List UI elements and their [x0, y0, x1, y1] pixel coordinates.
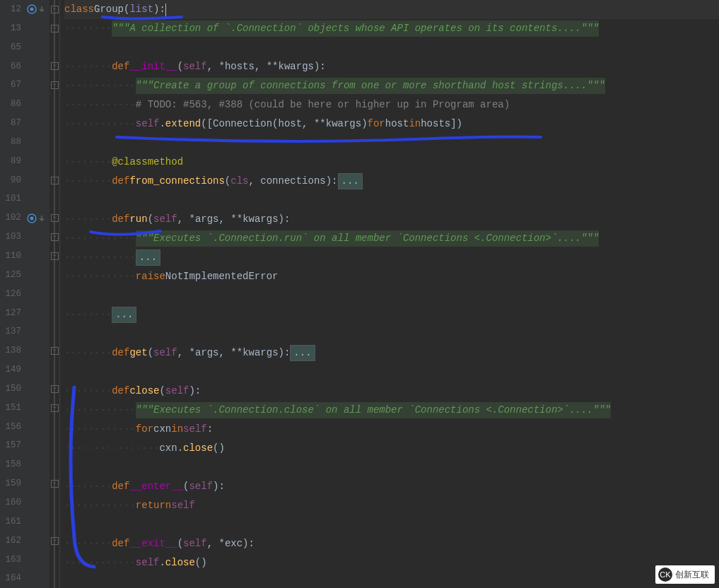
code-line[interactable]: ············return self — [64, 496, 719, 515]
fold-row[interactable] — [49, 38, 59, 57]
fold-row[interactable]: − — [49, 19, 59, 38]
code-line[interactable]: ················cxn.close() — [64, 439, 719, 458]
fold-row[interactable]: − — [49, 0, 59, 19]
fold-row[interactable] — [49, 152, 59, 171]
code-line[interactable]: ········... — [64, 305, 719, 324]
line-number: 101 — [0, 192, 24, 206]
fold-row[interactable] — [49, 285, 59, 304]
line-number: 125 — [0, 269, 24, 282]
code-line[interactable] — [64, 572, 719, 588]
gutter-row: 149 — [0, 360, 49, 380]
code-line[interactable]: ········def run(self, *args, **kwargs): — [64, 210, 719, 229]
fold-row[interactable] — [49, 550, 59, 569]
line-number: 127 — [0, 307, 24, 320]
line-number: 126 — [0, 288, 24, 301]
gutter-row: 160 — [0, 493, 49, 512]
fold-row[interactable] — [49, 493, 59, 512]
fold-row[interactable]: − — [49, 399, 59, 418]
code-line[interactable]: ············self.extend([Connection(host… — [64, 114, 719, 134]
line-number-gutter: 1213656667868788899010110210311012512612… — [0, 0, 49, 588]
svg-point-3 — [30, 216, 34, 220]
line-number: 149 — [0, 363, 24, 377]
fold-row[interactable] — [49, 114, 59, 133]
code-line[interactable] — [64, 515, 719, 534]
fold-row[interactable] — [49, 569, 59, 588]
code-line[interactable]: ············"""Executes `.Connection.run… — [64, 229, 719, 248]
gutter-row: 162 — [0, 531, 49, 551]
code-line[interactable]: ············... — [64, 248, 719, 267]
text-cursor — [165, 4, 166, 16]
code-line[interactable]: ············for cxn in self: — [64, 420, 719, 439]
line-number: 138 — [0, 344, 24, 358]
gutter-row: 87 — [0, 114, 49, 133]
folded-region[interactable]: ... — [112, 307, 136, 323]
fold-row[interactable] — [49, 95, 59, 114]
line-number: 67 — [0, 78, 24, 92]
fold-row[interactable] — [49, 436, 59, 455]
fold-row[interactable] — [49, 189, 59, 208]
gutter-row: 125 — [0, 266, 49, 285]
code-line[interactable]: class Group(list): — [64, 0, 719, 19]
code-line[interactable]: ············self.close() — [64, 553, 719, 572]
gutter-row: 13 — [0, 19, 49, 38]
folded-region[interactable]: ... — [290, 345, 315, 361]
fold-row[interactable]: − — [49, 474, 59, 493]
watermark-text: 创新互联 — [675, 568, 709, 581]
folded-region[interactable]: ... — [136, 249, 160, 266]
gutter-row: 164 — [0, 569, 49, 588]
code-line[interactable] — [64, 324, 719, 343]
code-line[interactable]: ········def from_connections(cls, connec… — [64, 172, 719, 191]
fold-row[interactable]: − — [49, 341, 59, 360]
fold-row[interactable]: − — [49, 171, 59, 190]
fold-row[interactable] — [49, 266, 59, 285]
fold-row[interactable]: − — [49, 531, 59, 551]
code-line[interactable] — [64, 286, 719, 305]
code-line[interactable]: ········def __enter__(self): — [64, 477, 719, 496]
fold-row[interactable] — [49, 455, 59, 474]
fold-row[interactable] — [49, 133, 59, 152]
gutter-row: 158 — [0, 455, 49, 474]
line-number: 151 — [0, 401, 24, 415]
fold-row[interactable]: − — [49, 76, 59, 95]
line-number: 66 — [0, 60, 24, 74]
code-line[interactable]: ············"""Executes `.Connection.clo… — [64, 401, 719, 420]
code-line[interactable]: ········def close(self): — [64, 382, 719, 401]
folded-region[interactable]: ... — [338, 173, 363, 189]
fold-row[interactable]: − — [49, 57, 59, 76]
gutter-row: 151 — [0, 399, 49, 418]
watermark: CK 创新互联 — [655, 565, 715, 584]
gutter-row: 90 — [0, 171, 49, 190]
code-line[interactable]: ············# TODO: #563, #388 (could be… — [64, 95, 719, 114]
fold-row[interactable]: − — [49, 208, 59, 228]
code-line[interactable]: ············raise NotImplementedError — [64, 267, 719, 286]
code-line[interactable]: ········@classmethod — [64, 153, 719, 172]
fold-row[interactable] — [49, 418, 59, 437]
code-line[interactable] — [64, 191, 719, 210]
run-gutter-icon[interactable] — [27, 4, 37, 14]
gutter-row: 101 — [0, 189, 49, 208]
code-editor[interactable]: 1213656667868788899010110210311012512612… — [0, 0, 719, 588]
code-area[interactable]: class Group(list): ········"""A collecti… — [60, 0, 719, 588]
fold-row[interactable]: − — [49, 247, 59, 266]
gutter-row: 67 — [0, 76, 49, 95]
code-line[interactable]: ········def __init__(self, *hosts, **kwa… — [64, 57, 719, 76]
fold-row[interactable]: − — [49, 380, 59, 399]
fold-row[interactable] — [49, 360, 59, 380]
fold-row[interactable] — [49, 304, 59, 323]
line-number: 164 — [0, 572, 24, 585]
code-line[interactable]: ············"""Create a group of connect… — [64, 76, 719, 95]
gutter-row: 12 — [0, 0, 49, 19]
code-line[interactable]: ········def __exit__(self, *exc): — [64, 534, 719, 553]
fold-gutter[interactable]: −−−−−−−−−−−−− — [49, 0, 60, 588]
line-number: 159 — [0, 477, 24, 490]
fold-row[interactable]: − — [49, 228, 59, 247]
code-line[interactable] — [64, 363, 719, 382]
code-line[interactable]: ········def get(self, *args, **kwargs):.… — [64, 343, 719, 363]
code-line[interactable] — [64, 134, 719, 153]
code-line[interactable] — [64, 38, 719, 57]
code-line[interactable]: ········"""A collection of `.Connection`… — [64, 19, 719, 38]
code-line[interactable] — [64, 458, 719, 477]
fold-row[interactable] — [49, 512, 59, 531]
run-gutter-icon[interactable] — [27, 213, 37, 223]
fold-row[interactable] — [49, 322, 59, 341]
